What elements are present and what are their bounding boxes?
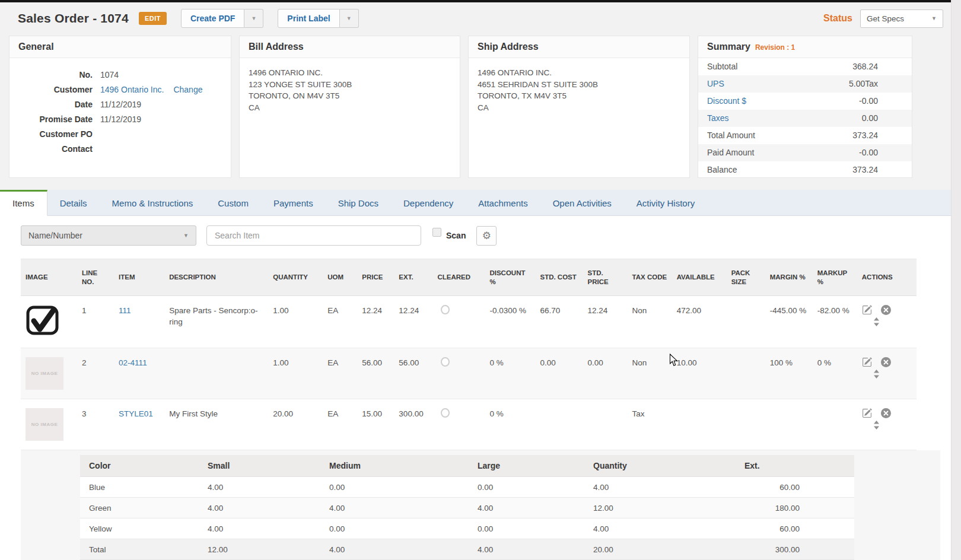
matrix-cell: 0.00 bbox=[320, 477, 469, 498]
margin-cell: 100 % bbox=[765, 348, 813, 399]
delete-line-button[interactable] bbox=[881, 357, 891, 367]
shipping-link[interactable]: UPS bbox=[707, 79, 724, 89]
vertical-scrollbar[interactable] bbox=[951, 0, 961, 560]
line-no-cell: 2 bbox=[77, 348, 114, 399]
tab-ship-docs[interactable]: Ship Docs bbox=[326, 190, 391, 215]
matrix-column-header: Medium bbox=[320, 455, 469, 477]
reorder-line-handle[interactable] bbox=[873, 370, 880, 378]
tab-activity-history[interactable]: Activity History bbox=[624, 190, 707, 215]
status-label: Status bbox=[823, 13, 852, 24]
column-header: STD. COST bbox=[535, 259, 583, 296]
description-cell bbox=[164, 348, 268, 399]
create-pdf-button[interactable]: Create PDF bbox=[181, 9, 244, 28]
actions-cell bbox=[857, 296, 917, 348]
matrix-cell: Yellow bbox=[80, 518, 199, 539]
matrix-cell: 0.00 bbox=[469, 477, 584, 498]
matrix-cell: 4.00 bbox=[469, 539, 584, 560]
matrix-cell: 4.00 bbox=[320, 539, 469, 560]
column-header: EXT. bbox=[394, 259, 432, 296]
price-cell: 56.00 bbox=[357, 348, 394, 399]
ext-cell: 56.00 bbox=[394, 348, 432, 399]
delete-line-button[interactable] bbox=[881, 408, 891, 418]
customer-link[interactable]: 1496 Ontario Inc. bbox=[100, 85, 164, 94]
reorder-line-handle[interactable] bbox=[873, 421, 880, 429]
edit-line-button[interactable] bbox=[862, 357, 872, 367]
close-icon bbox=[881, 408, 891, 418]
column-header: CLEARED bbox=[432, 259, 485, 296]
items-table-header-row: IMAGE LINE NO. ITEM DESCRIPTION QUANTITY… bbox=[21, 259, 917, 296]
tab-open-activities[interactable]: Open Activities bbox=[540, 190, 624, 215]
change-customer-link[interactable]: Change bbox=[173, 85, 202, 94]
price-cell: 15.00 bbox=[357, 399, 394, 450]
column-header: UOM bbox=[323, 259, 357, 296]
matrix-cell: 60.00 bbox=[736, 518, 854, 539]
matrix-cell: Total bbox=[80, 539, 199, 560]
uom-cell: EA bbox=[323, 296, 357, 348]
print-label-dropdown-button[interactable]: ▼ bbox=[340, 9, 359, 28]
address-line: TORONTO, ON M4V 3T5 bbox=[249, 90, 451, 102]
summary-row: Subtotal368.24 bbox=[698, 58, 912, 75]
cleared-radio[interactable] bbox=[441, 408, 450, 418]
column-header: MARGIN % bbox=[765, 259, 813, 296]
create-pdf-dropdown-button[interactable]: ▼ bbox=[244, 9, 263, 28]
taxes-link[interactable]: Taxes bbox=[707, 113, 729, 123]
matrix-cell: 20.00 bbox=[584, 539, 736, 560]
items-table: IMAGE LINE NO. ITEM DESCRIPTION QUANTITY… bbox=[21, 259, 917, 450]
tab-details[interactable]: Details bbox=[47, 190, 100, 215]
tab-memo-instructions[interactable]: Memo & Instructions bbox=[100, 190, 206, 215]
table-row: NO IMAGE 2 02-4111 1.00 EA 56.00 56.00 0… bbox=[21, 348, 917, 399]
available-cell bbox=[672, 399, 727, 450]
settings-button[interactable]: ⚙ bbox=[476, 226, 497, 246]
reorder-line-handle[interactable] bbox=[873, 317, 880, 326]
cleared-radio[interactable] bbox=[441, 357, 450, 367]
summary-row: Taxes0.00 bbox=[698, 110, 912, 127]
items-tab-content: Name/Number ▼ Scan ⚙ IMAGE LINE NO. ITEM… bbox=[0, 216, 961, 560]
tab-dependency[interactable]: Dependency bbox=[391, 190, 466, 215]
std-price-cell: 0.00 bbox=[583, 348, 628, 399]
column-header: AVAILABLE bbox=[672, 259, 727, 296]
delete-line-button[interactable] bbox=[881, 305, 891, 315]
bill-address-panel: Bill Address 1496 ONTARIO INC. 123 YONGE… bbox=[239, 36, 460, 178]
item-link[interactable]: 111 bbox=[119, 306, 131, 315]
table-row: NO IMAGE 3 STYLE01 My First Style 20.00 … bbox=[21, 399, 917, 450]
discount-cell: -0.0300 % bbox=[485, 296, 535, 348]
cleared-radio[interactable] bbox=[441, 305, 450, 314]
print-label-button[interactable]: Print Label bbox=[278, 9, 339, 28]
edit-line-button[interactable] bbox=[862, 408, 872, 418]
column-header: DESCRIPTION bbox=[164, 259, 268, 296]
search-item-input[interactable] bbox=[206, 225, 421, 246]
tab-bar: Items Details Memo & Instructions Custom… bbox=[0, 190, 961, 216]
pack-size-cell bbox=[727, 296, 765, 348]
search-type-select[interactable]: Name/Number ▼ bbox=[21, 225, 196, 246]
summary-label: Balance bbox=[707, 165, 737, 175]
ship-address-title: Ship Address bbox=[469, 36, 689, 58]
item-link[interactable]: 02-4111 bbox=[119, 358, 147, 367]
tab-payments[interactable]: Payments bbox=[261, 190, 326, 215]
margin-cell bbox=[765, 399, 813, 450]
matrix-cell: 60.00 bbox=[736, 477, 854, 498]
pack-size-cell bbox=[727, 399, 765, 450]
quantity-cell: 1.00 bbox=[268, 348, 323, 399]
matrix-row: Yellow 4.00 0.00 0.00 4.00 60.00 bbox=[80, 518, 854, 539]
item-link[interactable]: STYLE01 bbox=[119, 409, 153, 418]
scan-checkbox[interactable] bbox=[432, 228, 441, 237]
tab-custom[interactable]: Custom bbox=[205, 190, 261, 215]
column-header: STD. PRICE bbox=[583, 259, 628, 296]
tab-items[interactable]: Items bbox=[0, 190, 47, 216]
matrix-row: Green 4.00 4.00 4.00 12.00 180.00 bbox=[80, 498, 854, 518]
general-panel-title: General bbox=[9, 36, 231, 58]
item-image-checkmark bbox=[26, 305, 62, 336]
general-panel: General No.1074 Customer 1496 Ontario In… bbox=[9, 36, 231, 178]
summary-row: Balance373.24 bbox=[698, 161, 912, 178]
summary-value: 0.00 bbox=[862, 113, 903, 123]
discount-link[interactable]: Discount $ bbox=[707, 96, 746, 106]
edit-button[interactable]: EDIT bbox=[139, 12, 167, 25]
column-header: IMAGE bbox=[21, 259, 77, 296]
status-select[interactable]: Get Specs ▼ bbox=[860, 9, 943, 28]
summary-value: -0.00 bbox=[859, 96, 903, 106]
matrix-cell: 4.00 bbox=[584, 518, 736, 539]
edit-line-button[interactable] bbox=[862, 305, 872, 315]
create-pdf-button-group: Create PDF ▼ bbox=[181, 9, 263, 28]
tab-attachments[interactable]: Attachments bbox=[466, 190, 540, 215]
field-label: Customer PO bbox=[18, 129, 100, 139]
